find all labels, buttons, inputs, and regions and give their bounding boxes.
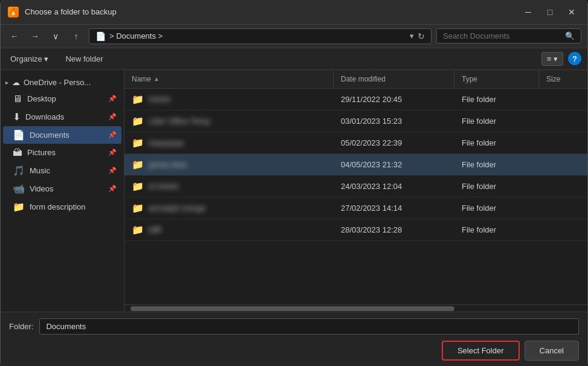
file-name: haaaaaaa [149,138,184,147]
col-modified-header[interactable]: Date modified [334,70,454,88]
address-bar[interactable]: 📄 > Documents > ▾ ↻ [89,28,431,44]
up-button[interactable]: ↑ [68,28,84,44]
col-size-header[interactable]: Size [539,70,587,88]
music-icon: 🎵 [13,165,25,176]
file-modified-cell: 28/03/2023 12:28 [334,219,454,240]
view-button[interactable]: ≡ ▾ [541,52,563,66]
main-area: ▸ ☁ OneDrive - Perso... 🖥 Desktop 📌 ⬇ Do… [1,70,587,312]
downloads-label: Downloads [25,112,64,121]
file-size-cell [539,132,587,153]
minimize-button[interactable]: ─ [520,6,537,18]
file-name: hhhhh [149,95,170,104]
file-modified-cell: 24/03/2023 12:04 [334,176,454,197]
folder-icon: 📁 [132,224,144,236]
file-type-cell: File folder [454,111,539,132]
form-icon: 📁 [13,201,25,213]
file-name-cell: 📁 blfff [124,219,334,240]
file-type-cell: File folder [454,89,539,110]
close-button[interactable]: ✕ [563,6,580,18]
col-type-header[interactable]: Type [454,70,539,88]
form-label: form description [30,202,85,211]
col-name-label: Name [132,75,151,83]
actionbar-right: ≡ ▾ ? [541,52,581,66]
back-button[interactable]: ← [7,28,22,44]
documents-label: Documents [30,130,69,140]
file-name-cell: 📁 el hhhhh [124,176,334,197]
sidebar-item-downloads[interactable]: ⬇ Downloads 📌 [3,108,121,126]
folder-icon: 📁 [132,94,144,105]
address-dropdown-icon[interactable]: ▾ [410,31,414,40]
file-modified-cell: 05/02/2023 22:39 [334,132,454,153]
col-name-header[interactable]: Name ▲ [124,70,334,88]
folder-icon: 📁 [132,159,144,170]
file-modified-cell: 29/11/2022 20:45 [334,89,454,110]
search-input[interactable] [443,31,561,40]
videos-label: Videos [30,184,54,193]
dialog-title: Choose a folder to backup [25,7,117,16]
desktop-label: Desktop [27,94,56,103]
pin-icon: 📌 [108,149,117,156]
table-row[interactable]: 📁 blfff 28/03/2023 12:28 File folder [124,219,587,241]
maximize-button[interactable]: □ [541,6,558,18]
refresh-button[interactable]: ↻ [418,31,425,41]
forward-button[interactable]: → [27,28,43,44]
dropdown-nav-button[interactable]: ∨ [48,28,63,44]
pin-icon: 📌 [108,113,117,121]
sidebar-item-videos[interactable]: 📹 Videos 📌 [3,180,121,197]
sort-arrow-icon: ▲ [153,75,160,82]
file-name-cell: 📁 amradyif orange [124,197,334,219]
chevron-icon: ▸ [5,79,8,86]
help-button[interactable]: ? [568,52,581,65]
search-bar[interactable]: 🔍 [436,28,581,43]
sidebar-item-desktop[interactable]: 🖥 Desktop 📌 [3,91,121,108]
pictures-label: Pictures [27,148,56,157]
select-folder-button[interactable]: Select Folder [442,341,520,361]
file-name-cell: 📁 james blue [124,154,334,175]
organize-button[interactable]: Organize ▾ [7,52,52,66]
file-name-cell: 📁 haaaaaaa [124,132,334,153]
folder-label: Folder: [9,322,33,331]
videos-icon: 📹 [13,183,25,194]
address-text: > Documents > [109,31,406,40]
table-row[interactable]: 📁 el hhhhh 24/03/2023 12:04 File folder [124,176,587,197]
documents-icon: 📄 [13,129,25,141]
pictures-icon: 🏔 [13,147,22,158]
file-type-cell: File folder [454,197,539,219]
folder-icon: 📁 [132,202,144,214]
downloads-icon: ⬇ [13,111,21,123]
table-row[interactable]: 📁 hhhhh 29/11/2022 20:45 File folder [124,89,587,111]
footer: Folder: Select Folder Cancel [1,312,587,367]
file-type-cell: File folder [454,176,539,197]
actionbar: Organize ▾ New folder ≡ ▾ ? [1,48,587,70]
file-type-cell: File folder [454,132,539,153]
file-rows: 📁 hhhhh 29/11/2022 20:45 File folder 📁 L… [124,89,587,241]
filelist-body: 📁 hhhhh 29/11/2022 20:45 File folder 📁 L… [124,89,587,304]
cancel-button[interactable]: Cancel [525,341,579,361]
sidebar-item-onedrive[interactable]: ▸ ☁ OneDrive - Perso... [1,75,124,90]
table-row[interactable]: 📁 james blue 04/05/2023 21:32 File folde… [124,154,587,176]
pin-icon: 📌 [108,185,117,193]
sidebar-item-music[interactable]: 🎵 Music 📌 [3,162,121,179]
col-size-label: Size [546,75,560,83]
file-type-cell: File folder [454,154,539,175]
table-row[interactable]: 📁 amradyif orange 27/02/2023 14:14 File … [124,197,587,219]
horizontal-scrollbar[interactable] [124,304,587,312]
footer-buttons: Select Folder Cancel [9,341,579,361]
file-size-cell [539,176,587,197]
sidebar-item-documents[interactable]: 📄 Documents 📌 [3,126,121,144]
folder-input[interactable] [39,318,579,335]
table-row[interactable]: 📁 haaaaaaa 05/02/2023 22:39 File folder [124,132,587,154]
sidebar: ▸ ☁ OneDrive - Perso... 🖥 Desktop 📌 ⬇ Do… [1,70,124,312]
file-name: amradyif orange [149,204,205,213]
new-folder-button[interactable]: New folder [62,52,106,66]
sidebar-item-pictures[interactable]: 🏔 Pictures 📌 [3,144,121,161]
file-name: james blue [149,160,187,169]
pin-icon: 📌 [108,95,117,103]
titlebar-controls: ─ □ ✕ [520,6,580,18]
app-icon: 🔥 [8,7,19,18]
col-modified-label: Date modified [341,75,386,83]
sidebar-item-form[interactable]: 📁 form description [3,198,121,216]
scrollbar-thumb[interactable] [131,306,454,311]
file-name-cell: 📁 Liber Office Temp [124,111,334,132]
table-row[interactable]: 📁 Liber Office Temp 03/01/2023 15:23 Fil… [124,111,587,132]
